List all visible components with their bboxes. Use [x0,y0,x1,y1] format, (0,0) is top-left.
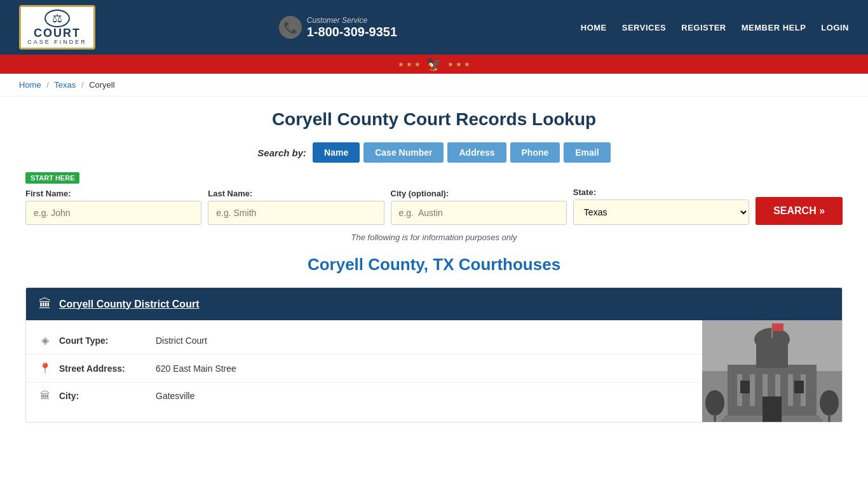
first-name-group: First Name: [25,189,201,225]
court-card-body: ◈ Court Type: District Court 📍 Street Ad… [26,320,842,422]
breadcrumb-state[interactable]: Texas [54,80,76,90]
logo-text-finder: CASE FINDER [27,39,87,45]
eagle-area: ★ ★ ★ 🦅 ★ ★ ★ [398,57,470,72]
main-nav: HOME SERVICES REGISTER MEMBER HELP LOGIN [581,23,849,32]
tab-address[interactable]: Address [447,142,506,163]
tab-email[interactable]: Email [564,142,610,163]
eagle-icon: 🦅 [426,57,442,72]
breadcrumb-home[interactable]: Home [19,80,41,90]
svg-point-20 [820,390,839,416]
city-icon: 🏛 [39,390,51,402]
city-value: Gatesville [156,391,194,401]
nav-home[interactable]: HOME [581,23,607,32]
nav-register[interactable]: REGISTER [681,23,726,32]
form-row: First Name: Last Name: City (optional): … [25,187,843,225]
logo-emblem: ⚖ [44,10,70,27]
city-row: 🏛 City: Gatesville [26,383,702,409]
customer-service-label: Customer Service [307,16,397,25]
search-by-row: Search by: Name Case Number Address Phon… [25,142,843,163]
start-here-badge: START HERE [25,172,79,184]
svg-rect-13 [740,381,750,393]
court-type-row: ◈ Court Type: District Court [26,327,702,355]
svg-rect-17 [772,323,783,331]
court-name-link[interactable]: Coryell County District Court [59,299,199,310]
phone-area: 📞 Customer Service 1-800-309-9351 [279,16,397,39]
state-select[interactable]: Texas Alabama Alaska Arizona Arkansas Ca… [573,200,749,225]
city-input[interactable] [391,201,567,225]
page-title: Coryell County Court Records Lookup [25,109,843,130]
main-content: Coryell County Court Records Lookup Sear… [0,97,868,448]
logo-box: ⚖ COURT CASE FINDER [19,5,95,50]
address-icon: 📍 [39,362,51,374]
breadcrumb: Home / Texas / Coryell [0,74,868,97]
state-label: State: [573,187,749,197]
stars-left: ★ ★ ★ [398,60,421,69]
svg-rect-9 [788,374,793,406]
court-type-label: Court Type: [59,336,148,346]
state-group: State: Texas Alabama Alaska Arizona Arka… [573,187,749,225]
nav-member-help[interactable]: MEMBER HELP [742,23,806,32]
logo-area: ⚖ COURT CASE FINDER [19,5,95,50]
phone-icon: 📞 [279,16,302,39]
tab-phone[interactable]: Phone [510,142,560,163]
svg-rect-21 [828,414,831,422]
city-label: City (optional): [391,189,567,198]
court-details: ◈ Court Type: District Court 📍 Street Ad… [26,320,702,422]
court-image [702,320,842,422]
last-name-group: Last Name: [208,189,384,225]
wave-banner: ★ ★ ★ 🦅 ★ ★ ★ [0,55,868,74]
courthouse-image-svg [702,320,842,422]
city-label-detail: City: [59,391,148,401]
phone-number: 1-800-309-9351 [307,25,397,39]
city-group: City (optional): [391,189,567,225]
court-card-header: 🏛 Coryell County District Court [26,288,842,320]
breadcrumb-sep-1: / [46,80,49,90]
street-address-value: 620 East Main Stree [156,363,236,374]
search-button-label: SEARCH » [773,205,825,217]
breadcrumb-county: Coryell [89,80,114,90]
nav-services[interactable]: SERVICES [622,23,667,32]
logo-text-court: COURT [34,27,81,39]
breadcrumb-sep-2: / [81,80,84,90]
svg-point-18 [705,390,724,416]
search-form: START HERE First Name: Last Name: City (… [25,172,843,225]
tab-name[interactable]: Name [313,142,360,163]
nav-login[interactable]: LOGIN [821,23,849,32]
street-address-label: Street Address: [59,363,148,374]
search-button[interactable]: SEARCH » [756,197,843,225]
svg-rect-14 [794,381,804,393]
first-name-input[interactable] [25,201,201,225]
last-name-input[interactable] [208,201,384,225]
svg-rect-19 [714,414,716,422]
svg-rect-6 [750,374,755,406]
stars-right: ★ ★ ★ [447,60,470,69]
tab-case-number[interactable]: Case Number [363,142,444,163]
first-name-label: First Name: [25,189,201,198]
court-type-value: District Court [156,336,207,346]
last-name-label: Last Name: [208,189,384,198]
courthouses-title: Coryell County, TX Courthouses [25,255,843,274]
search-by-label: Search by: [257,147,306,158]
court-type-icon: ◈ [39,334,51,346]
street-address-row: 📍 Street Address: 620 East Main Stree [26,355,702,383]
svg-rect-15 [763,396,782,422]
site-header: ⚖ COURT CASE FINDER 📞 Customer Service 1… [0,0,868,55]
phone-details: Customer Service 1-800-309-9351 [307,16,397,39]
info-note: The following is for information purpose… [25,233,843,242]
court-card: 🏛 Coryell County District Court ◈ Court … [25,287,843,423]
court-header-icon: 🏛 [39,297,51,311]
